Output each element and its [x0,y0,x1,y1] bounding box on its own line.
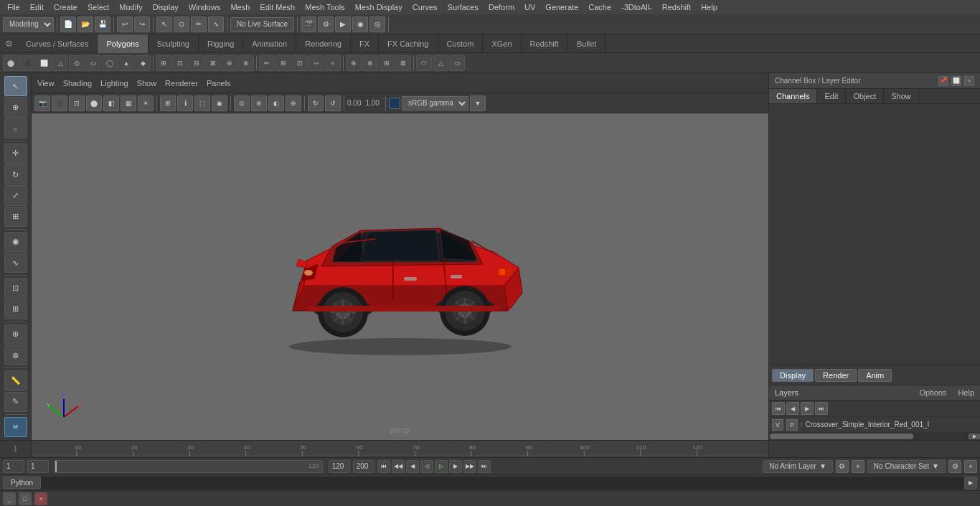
restore-window-btn[interactable]: □ [19,492,32,505]
boolean-btn[interactable]: ⊗ [362,55,378,71]
menu-uv[interactable]: UV [520,0,540,14]
python-tab[interactable]: Python [3,477,41,489]
display-tab[interactable]: Display [772,369,814,382]
ipr-button[interactable]: ◉ [352,17,368,32]
layers-scrollbar[interactable]: ▶ [769,433,980,440]
viewport-canvas[interactable]: persp X [32,113,768,440]
maya-logo[interactable]: M [4,417,27,437]
camera-btn[interactable]: 📷 [34,95,50,111]
render-cam-btn[interactable]: 🎥 [52,95,67,111]
connect-btn[interactable]: ∾ [308,55,324,71]
tab-animation[interactable]: Animation [243,34,296,53]
rotate-y-btn[interactable]: ↺ [325,95,341,111]
render-settings-button[interactable]: ⚙ [318,17,334,32]
separate-btn[interactable]: ⊠ [395,55,411,71]
render-tab[interactable]: Render [815,369,857,382]
fill-hole-btn[interactable]: ⊕ [222,55,237,71]
tab-custom[interactable]: Custom [438,34,484,53]
python-execute-btn[interactable]: ▶ [964,477,977,489]
slide-btn[interactable]: ≈ [325,55,341,71]
python-input[interactable] [41,477,964,489]
bridge-btn[interactable]: ⊠ [205,55,221,71]
live-surface-button[interactable]: No Live Surface [230,17,294,32]
triangulate-btn[interactable]: △ [433,55,448,71]
quadrangulate-btn[interactable]: ▭ [449,55,465,71]
show-tab[interactable]: Show [884,89,919,103]
open-file-button[interactable]: 📂 [77,17,93,32]
ao-btn[interactable]: ◐ [268,95,284,111]
lasso-select-tool[interactable]: ⬦ [4,118,27,139]
lighting-menu[interactable]: Lighting [100,79,128,88]
layers-prev-btn[interactable]: ◀ [786,402,799,415]
paint-select-tool[interactable]: ⊕ [4,97,27,117]
measure-tool[interactable]: 📏 [4,370,27,390]
pen-btn[interactable]: ✏ [259,55,275,71]
menu-edit-mesh[interactable]: Edit Mesh [255,0,299,14]
char-set-add-btn[interactable]: + [964,460,977,473]
wireframe-btn[interactable]: ⊡ [69,95,85,111]
tab-bullet[interactable]: Bullet [568,34,606,53]
cone-btn[interactable]: △ [52,55,68,71]
pyramid-btn[interactable]: ◆ [135,55,151,71]
close-window-btn[interactable]: × [34,492,47,505]
tab-redshift[interactable]: Redshift [522,34,568,53]
layers-first-btn[interactable]: ⏮ [772,402,785,415]
menu-mesh[interactable]: Mesh [226,0,254,14]
expand-icon[interactable]: ⬜ [951,76,961,86]
menu-redshift[interactable]: Redshift [658,0,695,14]
prev-key-btn[interactable]: ◀ [406,460,419,473]
layers-last-btn[interactable]: ⏭ [815,402,828,415]
menu-display[interactable]: Display [149,0,183,14]
heads-up-btn[interactable]: ℹ [177,95,193,111]
start-frame-field[interactable]: 1 [27,460,49,473]
menu-edit[interactable]: Edit [26,0,48,14]
paint-button[interactable]: ✏ [191,17,207,32]
subdiv-btn[interactable]: ⊞ [156,55,171,71]
menu-surfaces[interactable]: Surfaces [443,0,483,14]
tab-xgen[interactable]: XGen [483,34,521,53]
shading-menu[interactable]: Shading [63,79,92,88]
goto-start-btn[interactable]: ⏮ [377,460,390,473]
object-tab[interactable]: Object [846,89,884,103]
gamma-selector[interactable]: sRGB gamma [402,96,468,111]
scale-tool[interactable]: ⤢ [4,185,27,205]
pin-icon[interactable]: 📌 [938,76,948,86]
layers-next-btn[interactable]: ▶ [801,402,814,415]
extrude-btn[interactable]: ⊡ [172,55,188,71]
help-label[interactable]: Help [958,388,974,397]
menu-deform[interactable]: Deform [484,0,519,14]
char-set-options-btn[interactable]: ⚙ [948,460,961,473]
insert-btn[interactable]: ⊡ [292,55,308,71]
show-menu[interactable]: Show [137,79,157,88]
render-view-button[interactable]: 🎬 [301,17,316,32]
tab-settings-icon[interactable]: ⚙ [0,34,17,53]
channels-tab[interactable]: Channels [769,89,817,103]
tab-rigging[interactable]: Rigging [199,34,243,53]
scrollbar-thumb[interactable] [770,434,913,439]
anim-layer-add-btn[interactable]: + [852,460,864,473]
cube-btn[interactable]: ⬛ [19,55,35,71]
layer-name[interactable]: Crossover_Simple_Interior_Red_001_I [806,421,977,428]
snap-point-tool[interactable]: ⊗ [4,345,27,365]
rotate-x-btn[interactable]: ↻ [308,95,324,111]
edit-tab[interactable]: Edit [817,89,846,103]
playback-end-field[interactable]: 120 [329,460,350,473]
color-swatch[interactable] [389,98,400,109]
anim-layer-selector[interactable]: No Anim Layer ▼ [763,460,833,473]
goto-end-btn[interactable]: ⏭ [478,460,491,473]
anim-layer-options-btn[interactable]: ⚙ [836,460,849,473]
view-menu[interactable]: View [37,79,55,88]
menu-create[interactable]: Create [50,0,82,14]
grid-vis-btn[interactable]: ⊞ [160,95,176,111]
menu-curves[interactable]: Curves [408,0,442,14]
annotation-tool[interactable]: ✎ [4,392,27,412]
playback-slider[interactable]: 120 [55,460,323,473]
lasso-button[interactable]: ⊙ [174,17,189,32]
menu-select[interactable]: Select [83,0,114,14]
poke-btn[interactable]: ⊗ [238,55,254,71]
merge-btn[interactable]: ⊕ [346,55,362,71]
anim-tab[interactable]: Anim [858,369,892,382]
render-seq-button[interactable]: ▶ [335,17,351,32]
select-tool-button[interactable]: ↖ [156,17,172,32]
flat-shade-btn[interactable]: ◧ [103,95,119,111]
